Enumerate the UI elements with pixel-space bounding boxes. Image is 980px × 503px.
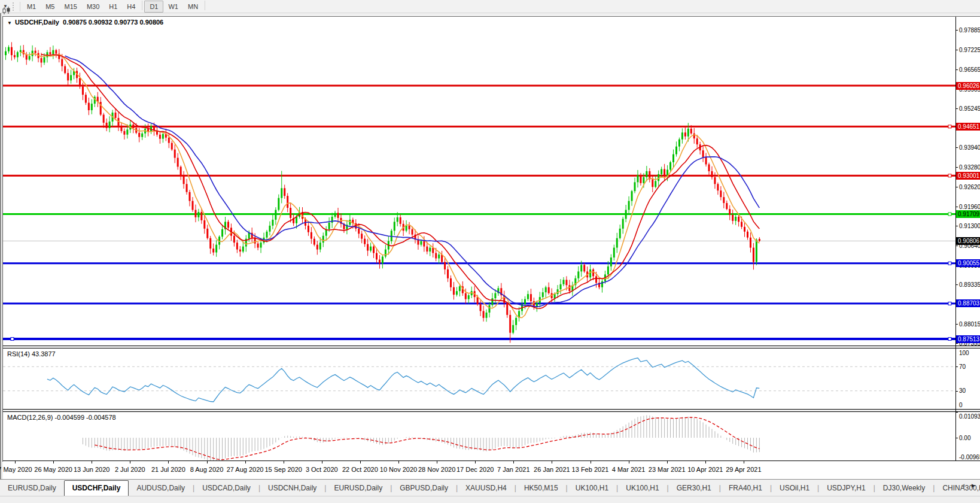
window-bottom-strip bbox=[0, 496, 980, 503]
toolbar-separator bbox=[20, 2, 20, 11]
date-tick-mark bbox=[398, 461, 399, 463]
macd-tick-mark bbox=[955, 412, 958, 413]
tab-gbpusd-daily[interactable]: GBPUSD,Daily bbox=[392, 480, 456, 496]
timeframe-button-mn[interactable]: MN bbox=[183, 1, 203, 13]
line-handle[interactable] bbox=[948, 125, 951, 128]
price-tick-label: 0.88015 bbox=[959, 320, 980, 328]
date-tick-mark bbox=[513, 461, 514, 463]
date-tick-mark bbox=[92, 461, 92, 463]
tab-uk100-h1[interactable]: UK100,H1 bbox=[568, 480, 616, 496]
date-axis[interactable]: 7 May 202026 May 202013 Jun 20202 Jul 20… bbox=[3, 461, 980, 479]
tab-usoil-h1[interactable]: USOil,H1 bbox=[772, 480, 817, 496]
main-chart-canvas[interactable] bbox=[3, 17, 955, 346]
tab-usdchf-daily[interactable]: USDCHF,Daily bbox=[64, 480, 129, 496]
tab-scroll-left-icon[interactable]: ◄ bbox=[960, 482, 966, 489]
price-line-label[interactable]: 0.94651 bbox=[956, 123, 980, 131]
tab-audusd-daily[interactable]: AUDUSD,Daily bbox=[129, 480, 193, 496]
chart-title: ▼USDCHF,Daily 0.90875 0.90932 0.90773 0.… bbox=[7, 19, 163, 26]
panel-border bbox=[3, 409, 980, 410]
toolbar-separator bbox=[142, 1, 142, 10]
date-tick-mark bbox=[130, 461, 130, 463]
tab-usdcad-daily[interactable]: USDCAD,Daily bbox=[194, 480, 258, 496]
window-left-edge bbox=[0, 13, 1, 503]
date-tick-mark bbox=[322, 461, 322, 463]
tab-eurusd-daily[interactable]: EURUSD,Daily bbox=[0, 480, 64, 496]
date-tick-mark bbox=[667, 461, 668, 463]
rsi-scale-label: 0 bbox=[959, 401, 980, 409]
current-price-label: 0.90806 bbox=[956, 237, 980, 245]
rsi-scale-label: 100 bbox=[959, 349, 980, 357]
date-tick-mark bbox=[53, 461, 54, 463]
tab-xauusd-h4[interactable]: XAUUSD,H4 bbox=[458, 480, 515, 496]
tab-scroll-right-icon[interactable]: ► bbox=[970, 482, 976, 489]
macd-tick-mark bbox=[955, 460, 958, 461]
date-tick-mark bbox=[629, 461, 629, 463]
timeframe-button-m5[interactable]: M5 bbox=[41, 1, 59, 13]
timeframe-toolbar: ▼ M1M5M15M30H1H4D1W1MN bbox=[0, 0, 980, 13]
tab-hk50-m15[interactable]: HK50,M15 bbox=[516, 480, 566, 496]
date-tick-mark bbox=[15, 461, 16, 463]
price-tick-mark bbox=[955, 167, 958, 168]
date-tick-mark bbox=[705, 461, 706, 463]
macd-scale-label: 0.00 bbox=[959, 434, 980, 442]
timeframe-button-m15[interactable]: M15 bbox=[59, 1, 81, 13]
chart-dropdown-caret-icon[interactable]: ▼ bbox=[7, 20, 12, 26]
price-line-label[interactable]: 0.93001 bbox=[956, 172, 980, 180]
price-line-label[interactable]: 0.91709 bbox=[956, 210, 980, 218]
price-tick-label: 0.91300 bbox=[959, 222, 980, 230]
tab-eurusd-daily[interactable]: EURUSD,Daily bbox=[326, 480, 390, 496]
timeframe-button-d1[interactable]: D1 bbox=[144, 1, 163, 13]
price-tick-mark bbox=[955, 50, 958, 50]
rsi-tick-mark bbox=[955, 391, 958, 392]
tab-dj30-weekly[interactable]: DJ30,Weekly bbox=[875, 480, 933, 496]
date-tick-mark bbox=[207, 461, 208, 463]
date-tick-mark bbox=[245, 461, 246, 463]
rsi-indicator-label: RSI(14) 43.3877 bbox=[7, 350, 56, 357]
line-handle[interactable] bbox=[948, 302, 951, 305]
date-tick-mark bbox=[475, 461, 476, 463]
timeframe-button-w1[interactable]: W1 bbox=[163, 1, 183, 13]
price-tick-label: 0.93940 bbox=[959, 144, 980, 151]
price-tick-mark bbox=[955, 324, 958, 325]
price-tick-label: 0.97885 bbox=[959, 26, 980, 34]
line-handle[interactable] bbox=[948, 213, 951, 216]
line-handle[interactable] bbox=[948, 262, 951, 265]
price-tick-mark bbox=[955, 246, 958, 246]
price-tick-mark bbox=[955, 187, 958, 187]
macd-canvas[interactable] bbox=[3, 412, 955, 460]
toolbar-separator bbox=[205, 1, 205, 10]
macd-scale-label: 0.010933 bbox=[959, 413, 980, 420]
date-tick-mark bbox=[284, 461, 284, 463]
timeframe-button-h4[interactable]: H4 bbox=[122, 1, 140, 13]
panel-border bbox=[3, 346, 980, 346]
price-tick-mark bbox=[955, 343, 958, 344]
line-handle[interactable] bbox=[11, 338, 14, 341]
price-tick-mark bbox=[955, 108, 958, 109]
price-line-label[interactable]: 0.96026 bbox=[956, 82, 980, 90]
price-tick-label: 0.97225 bbox=[959, 46, 980, 54]
line-handle[interactable] bbox=[948, 338, 951, 341]
chart-symbol-period: USDCHF,Daily bbox=[15, 19, 59, 26]
tab-ger30-h1[interactable]: GER30,H1 bbox=[669, 480, 719, 496]
price-tick-mark bbox=[955, 284, 958, 285]
rsi-canvas[interactable] bbox=[3, 349, 955, 409]
timeframe-button-m1[interactable]: M1 bbox=[22, 1, 41, 13]
price-line-label[interactable]: 0.87513 bbox=[956, 335, 980, 343]
tab-usdcnh-daily[interactable]: USDCNH,Daily bbox=[260, 480, 324, 496]
tab-uk100-h1[interactable]: UK100,H1 bbox=[618, 480, 666, 496]
price-tick-label: 0.89335 bbox=[959, 281, 980, 289]
macd-indicator-label: MACD(12,26,9) -0.004599 -0.004578 bbox=[7, 414, 116, 421]
price-line-label[interactable]: 0.90055 bbox=[956, 259, 980, 267]
tab-fra40-h1[interactable]: FRA40,H1 bbox=[721, 480, 770, 496]
price-tick-mark bbox=[955, 147, 958, 148]
timeframe-button-m30[interactable]: M30 bbox=[82, 1, 104, 13]
price-tick-mark bbox=[955, 226, 958, 226]
tab-scroll-buttons: ◄ ► bbox=[960, 482, 976, 489]
price-line-label[interactable]: 0.88703 bbox=[956, 299, 980, 307]
tab-usdjpy-h1[interactable]: USDJPY,H1 bbox=[819, 480, 873, 496]
timeframe-button-h1[interactable]: H1 bbox=[104, 1, 122, 13]
toolbar-grip[interactable] bbox=[13, 2, 16, 11]
rsi-scale-label: 70 bbox=[959, 363, 980, 371]
line-handle[interactable] bbox=[948, 174, 951, 177]
price-tick-label: 0.95245 bbox=[959, 105, 980, 113]
